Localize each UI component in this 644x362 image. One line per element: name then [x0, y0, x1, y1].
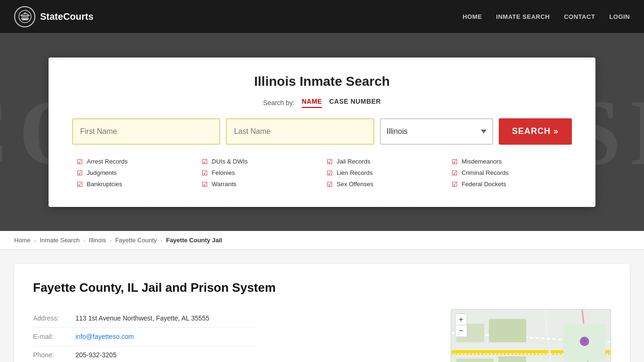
- checkbox-item: ☑Criminal Records: [452, 169, 567, 177]
- header: StateCourts HOME INMATE SEARCH CONTACT L…: [0, 0, 644, 33]
- email-value: info@fayetteso.com: [75, 328, 255, 346]
- checkbox-label: DUIs & DWIs: [212, 158, 248, 165]
- checkbox-item: ☑Felonies: [202, 169, 317, 177]
- breadcrumb-illinois[interactable]: Illinois: [89, 237, 106, 244]
- search-button[interactable]: SEARCH »: [499, 118, 572, 145]
- breadcrumb-sep-1: ›: [34, 238, 36, 243]
- tab-name[interactable]: NAME: [302, 98, 322, 108]
- search-title: Illinois Inmate Search: [72, 74, 572, 89]
- tab-case-number[interactable]: CASE NUMBER: [329, 98, 381, 108]
- phone-row: Phone: 205-932-3205: [33, 346, 255, 362]
- nav-inmate-search[interactable]: INMATE SEARCH: [496, 13, 550, 20]
- main-nav: HOME INMATE SEARCH CONTACT LOGIN: [462, 13, 630, 20]
- checkbox-label: Jail Records: [337, 158, 371, 165]
- checkbox-checked-icon: ☑: [452, 158, 458, 165]
- checkbox-item: ☑Warrants: [202, 181, 317, 188]
- svg-rect-19: [489, 319, 526, 342]
- svg-rect-2: [22, 19, 28, 20]
- map-section: ✈ + −: [451, 309, 611, 362]
- breadcrumb-inmate-search[interactable]: Inmate Search: [40, 237, 80, 244]
- state-select[interactable]: Illinois Alabama Alaska Arizona Arkansas…: [380, 118, 493, 145]
- map-zoom-out[interactable]: −: [455, 325, 467, 337]
- map-zoom-in[interactable]: +: [455, 314, 467, 325]
- svg-rect-17: [498, 356, 526, 362]
- map-placeholder: ✈ + −: [451, 310, 611, 362]
- checkbox-checked-icon: ☑: [77, 181, 83, 188]
- logo-icon: [14, 6, 35, 27]
- checkbox-checked-icon: ☑: [327, 181, 333, 188]
- checkbox-item: ☑Judgments: [77, 169, 192, 177]
- map-svg: ✈: [451, 310, 611, 362]
- facility-title: Fayette County, IL Jail and Prison Syste…: [33, 280, 611, 295]
- svg-point-22: [580, 337, 589, 346]
- checkbox-checked-icon: ☑: [327, 158, 333, 165]
- breadcrumb-sep-3: ›: [110, 238, 112, 243]
- checkbox-label: Federal Dockets: [462, 181, 506, 188]
- checkbox-label: Warrants: [212, 181, 236, 188]
- search-card: Illinois Inmate Search Search by: NAME C…: [49, 58, 595, 207]
- site-name: StateCourts: [40, 11, 93, 22]
- search-inputs-row: Illinois Alabama Alaska Arizona Arkansas…: [72, 118, 572, 145]
- logo-area: StateCourts: [14, 6, 93, 27]
- checkbox-checked-icon: ☑: [77, 158, 83, 165]
- svg-rect-1: [21, 18, 29, 19]
- info-table: Address: 113 1st Avenue Northwest, Fayet…: [33, 309, 255, 362]
- nav-home[interactable]: HOME: [462, 13, 482, 20]
- address-value: 113 1st Avenue Northwest, Fayette, AL 35…: [75, 309, 255, 328]
- checkbox-item: ☑Bankruptcies: [77, 181, 192, 188]
- phone-value: 205-932-3205: [75, 346, 255, 362]
- checkbox-checked-icon: ☑: [202, 181, 208, 188]
- checkbox-checked-icon: ☑: [452, 169, 458, 177]
- breadcrumb-fayette-county[interactable]: Fayette County: [115, 237, 157, 244]
- breadcrumb-home[interactable]: Home: [14, 237, 31, 244]
- breadcrumb-sep-2: ›: [83, 238, 85, 243]
- nav-contact[interactable]: CONTACT: [564, 13, 595, 20]
- checkbox-label: Sex Offenses: [337, 181, 373, 188]
- breadcrumb-current: Fayette County Jail: [166, 237, 222, 244]
- email-row: E-mail: info@fayetteso.com: [33, 328, 255, 346]
- checkbox-item: ☑Jail Records: [327, 158, 442, 165]
- checkbox-label: Bankruptcies: [87, 181, 122, 188]
- checkbox-label: Lien Records: [337, 169, 373, 176]
- search-by-row: Search by: NAME CASE NUMBER: [72, 98, 572, 108]
- email-label: E-mail:: [33, 328, 75, 346]
- hero-section: COURTHOUSE Illinois Inmate Search Search…: [0, 33, 644, 231]
- checkbox-item: ☑DUIs & DWIs: [202, 158, 317, 165]
- checkbox-checked-icon: ☑: [77, 169, 83, 177]
- checkbox-item: ☑Arrest Records: [77, 158, 192, 165]
- checkbox-item: ☑Federal Dockets: [452, 181, 567, 188]
- map-zoom-controls: + −: [455, 313, 467, 337]
- address-label: Address:: [33, 309, 75, 328]
- last-name-input[interactable]: [226, 118, 374, 145]
- checkbox-item: ☑Misdemeanors: [452, 158, 567, 165]
- search-by-label: Search by:: [263, 99, 295, 107]
- checkbox-label: Criminal Records: [462, 169, 509, 176]
- checkbox-label: Felonies: [212, 169, 235, 176]
- address-row: Address: 113 1st Avenue Northwest, Fayet…: [33, 309, 255, 328]
- content-layout: Address: 113 1st Avenue Northwest, Fayet…: [33, 309, 611, 362]
- svg-rect-16: [456, 359, 494, 362]
- phone-label: Phone:: [33, 346, 75, 362]
- breadcrumb: Home › Inmate Search › Illinois › Fayett…: [0, 231, 644, 250]
- svg-point-9: [24, 13, 25, 15]
- checkbox-item: ☑Sex Offenses: [327, 181, 442, 188]
- info-section: Address: 113 1st Avenue Northwest, Fayet…: [33, 309, 437, 362]
- checkbox-label: Judgments: [87, 169, 117, 176]
- breadcrumb-sep-4: ›: [161, 238, 163, 243]
- checkbox-checked-icon: ☑: [327, 169, 333, 177]
- main-content: Fayette County, IL Jail and Prison Syste…: [0, 250, 644, 362]
- email-link[interactable]: info@fayetteso.com: [75, 333, 134, 340]
- content-card: Fayette County, IL Jail and Prison Syste…: [14, 264, 630, 362]
- checkbox-checked-icon: ☑: [452, 181, 458, 188]
- checkbox-checked-icon: ☑: [202, 169, 208, 177]
- checkbox-checked-icon: ☑: [202, 158, 208, 165]
- checkbox-label: Arrest Records: [87, 158, 128, 165]
- checkboxes-grid: ☑Arrest Records☑DUIs & DWIs☑Jail Records…: [72, 158, 572, 188]
- checkbox-item: ☑Lien Records: [327, 169, 442, 177]
- first-name-input[interactable]: [72, 118, 220, 145]
- checkbox-label: Misdemeanors: [462, 158, 502, 165]
- nav-login[interactable]: LOGIN: [609, 13, 630, 20]
